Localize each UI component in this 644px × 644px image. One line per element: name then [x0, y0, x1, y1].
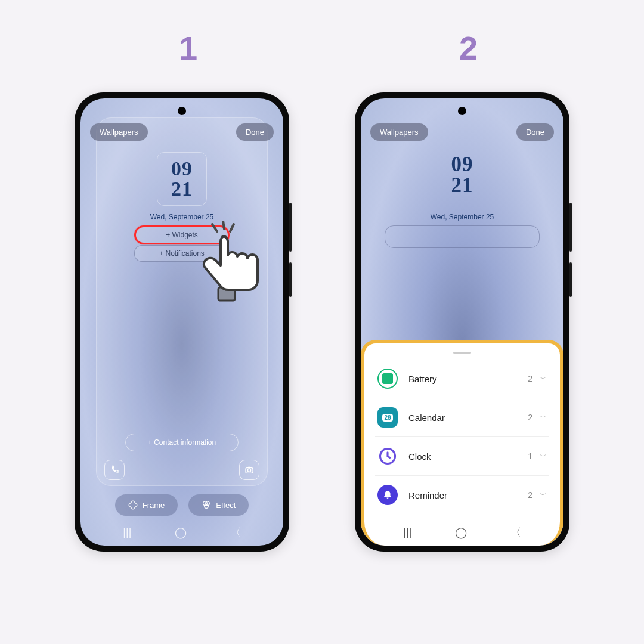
- effect-button[interactable]: Effect: [188, 494, 249, 516]
- svg-rect-2: [128, 500, 137, 509]
- clock-hour: 09: [157, 159, 206, 179]
- widget-label: Reminder: [408, 490, 528, 500]
- widget-item-battery[interactable]: Battery 2 ﹀: [375, 360, 549, 398]
- frame-icon: [128, 500, 138, 510]
- editor-bottom-options: Frame Effect: [80, 494, 283, 516]
- calendar-day-number: 28: [382, 414, 392, 422]
- done-button[interactable]: Done: [236, 123, 274, 141]
- nav-back-icon[interactable]: 〈: [230, 525, 241, 540]
- widget-picker-sheet[interactable]: Battery 2 ﹀ 28 Calendar 2 ﹀ Clock 1 ﹀: [361, 340, 564, 546]
- nav-recents-icon[interactable]: |||: [123, 527, 131, 539]
- nav-home-icon[interactable]: ◯: [175, 526, 187, 539]
- editor-top-bar: Wallpapers Done: [90, 123, 274, 141]
- wallpapers-button[interactable]: Wallpapers: [370, 123, 428, 141]
- effect-icon: [202, 500, 211, 510]
- wallpapers-button[interactable]: Wallpapers: [90, 123, 148, 141]
- phone-mockup-1: Wallpapers Done 09 21 Wed, September 25 …: [75, 92, 289, 552]
- chevron-down-icon: ﹀: [540, 451, 547, 462]
- widget-item-clock[interactable]: Clock 1 ﹀: [375, 437, 549, 476]
- widget-item-reminder[interactable]: Reminder 2 ﹀: [375, 476, 549, 514]
- clock-widget[interactable]: 09 21: [157, 152, 207, 206]
- phone-shortcut[interactable]: [104, 460, 125, 480]
- camera-shortcut[interactable]: [239, 460, 259, 480]
- phone-screen-1: Wallpapers Done 09 21 Wed, September 25 …: [80, 98, 283, 546]
- nav-recents-icon[interactable]: |||: [403, 527, 411, 539]
- svg-point-1: [247, 469, 250, 472]
- phone-icon: [110, 465, 119, 475]
- date-label: Wed, September 25: [361, 213, 564, 221]
- calendar-icon: 28: [377, 407, 398, 428]
- add-widgets-button[interactable]: + Widgets: [134, 225, 230, 244]
- camera-icon: [244, 465, 254, 475]
- step-number-2: 2: [459, 29, 478, 67]
- android-nav-bar: ||| ◯ 〈: [361, 525, 564, 540]
- editor-top-bar: Wallpapers Done: [370, 123, 554, 141]
- widget-drop-area[interactable]: [385, 225, 540, 248]
- widget-count: 2: [528, 374, 532, 383]
- chevron-down-icon: ﹀: [540, 413, 547, 423]
- reminder-icon: [377, 485, 398, 505]
- date-label: Wed, September 25: [80, 213, 283, 221]
- camera-notch: [178, 107, 186, 115]
- effect-label: Effect: [216, 501, 236, 510]
- clock-icon: [377, 446, 398, 466]
- phone-screen-2: Wallpapers Done 09 21 Wed, September 25 …: [361, 98, 564, 546]
- widget-label: Clock: [408, 451, 528, 462]
- battery-icon: [377, 369, 398, 389]
- widget-item-calendar[interactable]: 28 Calendar 2 ﹀: [375, 398, 549, 437]
- nav-back-icon[interactable]: 〈: [510, 525, 521, 540]
- add-notifications-button[interactable]: + Notifications: [134, 245, 230, 262]
- clock-widget[interactable]: 09 21: [361, 154, 564, 196]
- widget-count: 2: [528, 490, 532, 500]
- widget-count: 2: [528, 413, 532, 422]
- chevron-down-icon: ﹀: [540, 490, 547, 500]
- frame-label: Frame: [143, 501, 165, 510]
- widget-label: Battery: [408, 374, 528, 384]
- nav-home-icon[interactable]: ◯: [455, 526, 467, 539]
- widget-count: 1: [528, 451, 532, 461]
- widget-label: Calendar: [408, 413, 528, 423]
- clock-minute: 21: [157, 179, 206, 199]
- frame-button[interactable]: Frame: [115, 494, 178, 516]
- android-nav-bar: ||| ◯ 〈: [80, 525, 283, 540]
- step-number-1: 1: [179, 29, 197, 67]
- camera-notch: [458, 107, 466, 115]
- clock-minute: 21: [361, 175, 564, 196]
- phone-mockup-2: Wallpapers Done 09 21 Wed, September 25 …: [355, 92, 569, 552]
- clock-hour: 09: [361, 154, 564, 175]
- sheet-drag-handle[interactable]: [453, 352, 471, 354]
- add-contact-info-button[interactable]: + Contact information: [125, 434, 239, 451]
- chevron-down-icon: ﹀: [540, 374, 547, 384]
- done-button[interactable]: Done: [516, 123, 554, 141]
